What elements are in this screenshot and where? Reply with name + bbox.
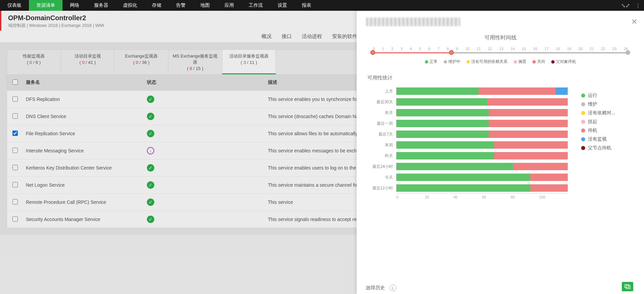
col-header-name[interactable]: 服务名 (26, 79, 147, 86)
status-ok-icon: ✓ (147, 130, 154, 137)
chart-category-label: 最近7天 (366, 132, 396, 137)
nav-item-10[interactable]: 设置 (270, 0, 294, 11)
timeline-handle-start[interactable] (370, 50, 375, 55)
monitor-tab-0[interactable]: 性能监视器( 0 / 6 ) (7, 50, 61, 74)
bar-segment[interactable] (556, 87, 568, 95)
service-name: DNS Client Service (26, 114, 147, 119)
monitor-tab-3[interactable]: MS Exchange服务监视器( 8 / 15 ) (168, 50, 222, 74)
collapse-icon[interactable]: ⤡⤢ (621, 2, 630, 9)
subtab-3[interactable]: 安装的软件 (332, 33, 357, 40)
bar-segment[interactable] (396, 120, 489, 127)
nav-item-7[interactable]: 地图 (193, 0, 217, 11)
row-checkbox[interactable] (12, 165, 18, 170)
row-checkbox[interactable] (12, 199, 18, 205)
nav-item-11[interactable]: 报表 (294, 0, 319, 11)
close-icon[interactable]: ✕ (631, 17, 637, 26)
bar-segment[interactable] (489, 109, 568, 116)
chart-category-label: 最近30天 (366, 99, 396, 105)
bar-segment[interactable] (494, 141, 568, 149)
legend-item[interactable]: 没有依赖对... (581, 110, 615, 116)
row-checkbox[interactable] (12, 96, 18, 102)
chart-category-label: 本月 (366, 110, 396, 116)
legend-item[interactable]: 父对象停机 (551, 59, 576, 65)
nav-item-3[interactable]: 服务器 (87, 0, 116, 11)
timeline-handle-current[interactable] (449, 50, 454, 55)
nav-item-8[interactable]: 应用 (217, 0, 241, 11)
legend-item[interactable]: 关闭 (532, 59, 545, 65)
timeline-bar[interactable] (373, 52, 628, 53)
bar-segment[interactable] (396, 163, 513, 170)
chart-bar-row: 上月 (366, 86, 568, 97)
legend-item[interactable]: 停机 (581, 127, 615, 134)
chart-category-label: 最近24小时 (366, 164, 396, 170)
nav-item-2[interactable]: 网络 (63, 0, 87, 11)
bar-segment[interactable] (494, 152, 568, 159)
legend-item[interactable]: 维护中 (444, 59, 460, 65)
nav-item-6[interactable]: 告警 (169, 0, 193, 11)
more-icon[interactable]: ⋮ (635, 2, 641, 9)
nav-item-1[interactable]: 资源清单 (29, 0, 63, 11)
bar-segment[interactable] (513, 163, 568, 170)
chart-bar-row: 昨天 (366, 150, 568, 161)
legend-item[interactable]: 父节点停机 (581, 145, 615, 151)
panel-footer: 故障历史 L (366, 285, 635, 291)
timeline-legend: 正常维护中没有可用的依赖关系搁置关闭父对象停机 (366, 59, 635, 65)
bar-segment[interactable] (396, 174, 530, 181)
monitor-tab-2[interactable]: Exchange监视器( 0 / 36 ) (115, 50, 168, 74)
select-all-checkbox[interactable] (12, 79, 18, 85)
service-name: Net Logon Service (26, 182, 147, 188)
status-ok-icon: ✓ (147, 96, 154, 103)
bar-segment[interactable] (530, 174, 568, 181)
subtab-1[interactable]: 接口 (282, 33, 292, 40)
legend-item[interactable]: 没有监视 (581, 136, 615, 142)
legend-item[interactable]: 正常 (425, 59, 438, 65)
chart-legend: 运行维护没有依赖对...挂起停机没有监视父节点停机 (581, 86, 615, 199)
bar-segment[interactable] (396, 98, 487, 106)
row-checkbox[interactable] (12, 148, 18, 153)
legend-item[interactable]: 维护 (581, 101, 615, 107)
row-checkbox[interactable] (12, 113, 18, 119)
service-name: Security Accounts Manager Service (26, 217, 147, 222)
bar-segment[interactable] (530, 184, 568, 192)
service-name: DFS Replication (26, 97, 147, 102)
col-header-status[interactable]: 状态 (147, 79, 268, 86)
bar-segment[interactable] (396, 109, 489, 116)
outage-history-label[interactable]: 故障历史 (366, 285, 385, 291)
timeline-handle-end[interactable] (626, 50, 630, 55)
chart-bar-row: 最近7天 (366, 129, 568, 140)
top-nav: 仪表板资源清单网络服务器虚拟化存储告警地图应用工作流设置报表⤡⤢⋮ (0, 0, 644, 11)
legend-item[interactable]: 运行 (581, 93, 615, 99)
bar-segment[interactable] (487, 98, 568, 106)
service-name: Remote Procedure Call (RPC) Service (26, 199, 147, 205)
badge-L-icon: L (390, 285, 396, 291)
bar-segment[interactable] (489, 120, 568, 127)
export-icon[interactable] (622, 282, 633, 291)
row-checkbox[interactable] (12, 131, 18, 136)
subtab-2[interactable]: 活动进程 (302, 33, 322, 40)
bar-segment[interactable] (489, 131, 568, 138)
nav-item-4[interactable]: 虚拟化 (116, 0, 145, 11)
subtab-0[interactable]: 概况 (261, 33, 272, 40)
legend-item[interactable]: 没有可用的依赖关系 (467, 59, 508, 65)
chart-bar-row: 最近12小时 (366, 183, 568, 193)
legend-item[interactable]: 挂起 (581, 119, 615, 125)
nav-item-0[interactable]: 仪表板 (0, 0, 29, 11)
bar-segment[interactable] (396, 152, 494, 159)
bar-segment[interactable] (396, 141, 494, 149)
legend-item[interactable]: 搁置 (514, 59, 526, 65)
nav-item-5[interactable]: 存储 (145, 0, 169, 11)
nav-item-9[interactable]: 工作流 (241, 0, 270, 11)
row-checkbox[interactable] (12, 182, 18, 187)
bar-segment[interactable] (396, 87, 479, 95)
status-down-icon: ↓ (147, 147, 154, 154)
chart-category-label: 最近一周 (366, 121, 396, 126)
bar-segment[interactable] (396, 131, 489, 138)
monitor-tab-4[interactable]: 活动目录服务监视器( 3 / 11 ) (222, 50, 276, 74)
bar-segment[interactable] (396, 184, 530, 192)
status-ok-icon: ✓ (147, 164, 154, 172)
svg-rect-0 (625, 285, 629, 288)
monitor-tab-1[interactable]: 活动目录监视( 0 / 41 ) (61, 50, 115, 74)
row-checkbox[interactable] (12, 216, 18, 222)
bar-segment[interactable] (479, 87, 556, 95)
timeline-ticks: 0123456789101112131415161718192021222324 (373, 47, 628, 51)
